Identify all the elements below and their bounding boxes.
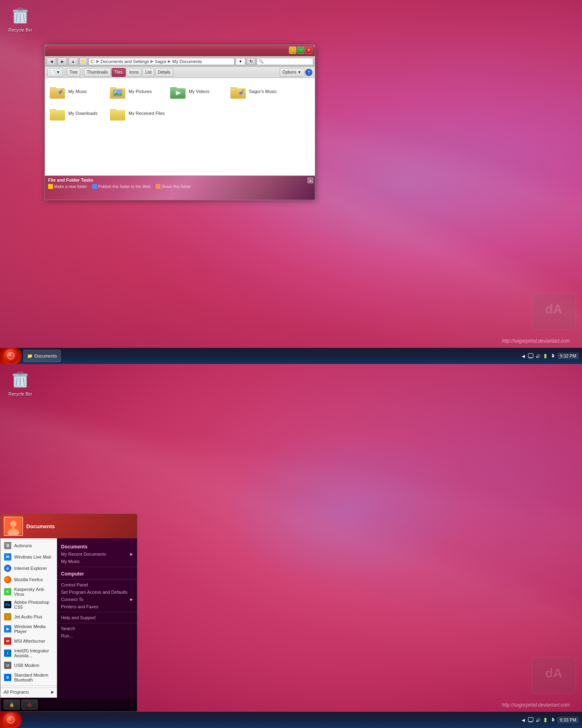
task-icon-new-folder — [48, 184, 53, 189]
file-label-my-music: My Music — [68, 89, 87, 94]
maximize-button[interactable]: □ — [297, 47, 304, 54]
folder-view-button[interactable]: 📁 — [79, 57, 87, 66]
tray-icon-battery[interactable]: 🔋 — [542, 353, 548, 359]
tray-icon-bluetooth[interactable] — [549, 353, 556, 359]
tray-icon-bluetooth-bottom[interactable] — [549, 717, 556, 723]
start-item-bluetooth[interactable]: B Standard Modem Bluetooth — [0, 671, 57, 684]
svg-rect-65 — [528, 717, 533, 722]
taskbar-right-bottom: ◀ 🔊 🔋 9:33 PM — [520, 717, 582, 723]
firefox-label: Mozilla Firefox — [14, 577, 43, 582]
svg-rect-34 — [50, 110, 65, 121]
start-item-usb-modem[interactable]: U USB Modem — [0, 660, 57, 671]
toolbar-file-button[interactable]: 📄 ▼ — [47, 68, 63, 77]
collapse-button[interactable]: ▲ — [308, 178, 313, 183]
all-programs-item[interactable]: All Programs ▶ — [0, 688, 57, 696]
tray-icon-1[interactable]: ◀ — [520, 353, 527, 359]
toolbar-icons-button[interactable]: Icons — [127, 68, 142, 77]
toolbar-details-button[interactable]: Details — [155, 68, 173, 77]
msi-icon: M — [4, 637, 12, 645]
start-item-media-player[interactable]: ▶ Windows Media Player — [0, 622, 57, 635]
start-item-photoshop[interactable]: Ps Adobe Photoshop CS5 — [0, 598, 57, 611]
file-item-sagors-music[interactable]: Sagor's Music — [229, 81, 287, 102]
right-item-search[interactable]: Search — [57, 625, 137, 632]
recycle-bin-icon-top — [11, 4, 30, 27]
address-path[interactable]: C: ▶ Documents and Settings ▶ Sagor ▶ My… — [89, 58, 234, 65]
svg-rect-10 — [50, 88, 65, 99]
file-label-my-received-files: My Received Files — [129, 110, 165, 116]
start-menu-body: ⚙ Autoruns ✉ Windows Live Mail e Interne… — [0, 538, 137, 698]
refresh-button[interactable]: ↻ — [247, 58, 255, 65]
toolbar-tree-button[interactable]: Tree — [67, 68, 80, 77]
file-item-my-pictures[interactable]: My Pictures — [108, 81, 167, 102]
tree-label: Tree — [70, 70, 78, 74]
recycle-bin-desktop-top[interactable]: Recycle Bin — [4, 4, 36, 32]
task-new-folder[interactable]: Make a new folder — [48, 184, 87, 189]
start-button-top[interactable] — [0, 348, 22, 364]
tray-icon-volume-bottom[interactable]: 🔊 — [535, 717, 541, 723]
right-item-my-music[interactable]: My Music — [57, 558, 137, 565]
right-item-run[interactable]: Run... — [57, 632, 137, 639]
power-button[interactable]: ⏻ — [21, 700, 38, 709]
right-divider-3 — [57, 612, 137, 612]
svg-point-12 — [60, 92, 61, 93]
start-button-bottom[interactable] — [0, 712, 22, 728]
right-item-set-program[interactable]: Set Program Access and Defaults — [57, 588, 137, 596]
start-item-internet-explorer[interactable]: e Internet Explorer — [0, 563, 57, 574]
file-item-my-downloads[interactable]: My Downloads — [48, 103, 107, 123]
back-button[interactable]: ◀ — [46, 57, 56, 66]
right-divider-4 — [57, 623, 137, 623]
intel-label: Intel(R) Integrator Assista... — [14, 648, 54, 658]
start-item-windows-live-mail[interactable]: ✉ Windows Live Mail — [0, 551, 57, 563]
start-item-mozilla-firefox[interactable]: Mozilla Firefox — [0, 574, 57, 585]
file-icon: 📄 — [50, 70, 55, 74]
deviantart-watermark-top: dA — [529, 291, 578, 332]
start-item-kaspersky[interactable]: K Kaspersky Anti-Virus — [0, 585, 57, 598]
svg-rect-0 — [14, 11, 27, 23]
task-icon-share — [156, 184, 160, 189]
tray-icon-battery-bottom[interactable]: 🔋 — [542, 717, 548, 723]
minimize-button[interactable]: ─ — [289, 47, 296, 54]
tray-icon-network-bottom[interactable] — [527, 717, 534, 723]
path-dropdown[interactable]: ▼ — [236, 58, 245, 65]
right-item-my-recent[interactable]: My Recent Documents ▶ — [57, 550, 137, 558]
svg-line-2 — [16, 14, 17, 22]
start-item-jet-audio[interactable]: ♪ Jet Audio Plus — [0, 611, 57, 622]
usb-modem-label: USB Modem — [14, 663, 39, 668]
taskbar-right-top: ◀ 🔊 🔋 9:32 PM — [520, 353, 582, 359]
recycle-bin-desktop-bottom[interactable]: Recycle Bin — [4, 368, 36, 396]
start-item-msi-afterburner[interactable]: M MSI Afterburner — [0, 635, 57, 647]
search-input[interactable] — [257, 58, 313, 65]
close-button[interactable]: ✕ — [305, 47, 312, 54]
right-item-connect-to[interactable]: Connect To ▶ — [57, 596, 137, 603]
tray-icon-volume[interactable]: 🔊 — [535, 353, 541, 359]
options-button[interactable]: Options ▼ — [280, 68, 304, 77]
file-label-sagors-music: Sagor's Music — [249, 89, 277, 94]
right-item-control-panel[interactable]: Control Panel — [57, 581, 137, 588]
kaspersky-icon: K — [4, 588, 12, 596]
svg-point-62 — [9, 718, 11, 720]
tray-icon-arrow[interactable]: ◀ — [520, 717, 527, 723]
taskbar-item-documents-top[interactable]: 📁 Documents — [23, 350, 61, 362]
clock-bottom: 9:33 PM — [557, 717, 579, 723]
file-item-my-videos[interactable]: My Videos — [169, 81, 227, 102]
help-button[interactable]: ? — [305, 69, 312, 76]
right-item-help[interactable]: Help and Support — [57, 614, 137, 621]
lock-button[interactable]: 🔒 — [4, 700, 20, 709]
tray-icon-network[interactable] — [527, 353, 534, 359]
task-publish-web[interactable]: Publish this folder to the Web — [92, 184, 151, 189]
up-button[interactable]: ▲ — [68, 57, 78, 66]
tasks-row: Make a new folder Publish this folder to… — [48, 184, 312, 189]
forward-button[interactable]: ▶ — [57, 57, 67, 66]
toolbar-list-button[interactable]: List — [142, 68, 154, 77]
file-item-my-music[interactable]: My Music — [48, 81, 107, 102]
toolbar-tiles-button[interactable]: Tiles — [112, 68, 126, 77]
right-item-printers[interactable]: Printers and Faxes — [57, 603, 137, 610]
start-item-autoruns[interactable]: ⚙ Autoruns — [0, 540, 57, 551]
task-share-folder[interactable]: Share this folder — [156, 184, 191, 189]
right-section-documents: Documents — [57, 542, 137, 550]
file-item-my-received-files[interactable]: My Received Files — [108, 103, 167, 123]
toolbar-thumbnails-button[interactable]: Thumbnails — [84, 68, 111, 77]
folder-icon-sagors-music — [230, 84, 247, 99]
photoshop-label: Adobe Photoshop CS5 — [14, 600, 54, 609]
start-item-intel[interactable]: i Intel(R) Integrator Assista... — [0, 647, 57, 660]
